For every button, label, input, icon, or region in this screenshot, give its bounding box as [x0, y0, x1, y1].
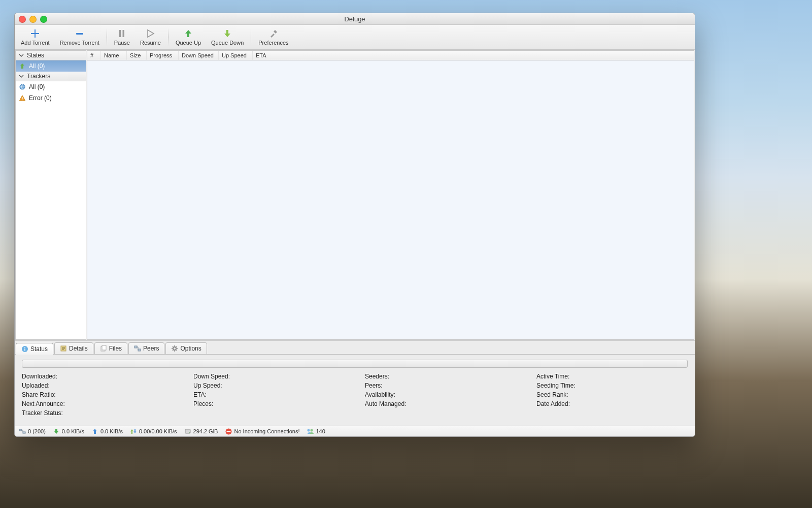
details-panel: Status Details Files Peers Options Do: [15, 340, 695, 426]
col-name[interactable]: Name: [101, 51, 127, 60]
resume-button[interactable]: Resume: [135, 25, 166, 49]
sidebar-item-error-trackers[interactable]: Error (0): [16, 92, 86, 104]
tab-label: Status: [30, 345, 48, 353]
app-window: Deluge Add Torrent Remove Torrent Pause: [14, 13, 695, 437]
eta-label: ETA:: [193, 391, 345, 398]
peers-icon: [134, 345, 141, 352]
tab-files[interactable]: Files: [94, 342, 127, 354]
files-icon: [100, 345, 107, 352]
svg-rect-5: [22, 100, 22, 100]
minimize-icon[interactable]: [29, 16, 37, 23]
wrench-icon: [268, 28, 279, 39]
traffic-icon: [130, 428, 137, 435]
queue-up-button[interactable]: Queue Up: [171, 25, 206, 49]
pause-button[interactable]: Pause: [109, 25, 135, 49]
sidebar-states-header[interactable]: States: [16, 51, 86, 60]
column-headers: # Name Size Progress Down Speed Up Speed…: [87, 51, 694, 60]
add-torrent-label: Add Torrent: [21, 40, 50, 47]
queue-down-button[interactable]: Queue Down: [206, 25, 249, 49]
play-icon: [145, 28, 155, 39]
col-down[interactable]: Down Speed: [179, 51, 219, 60]
remove-torrent-button[interactable]: Remove Torrent: [55, 25, 105, 49]
resume-label: Resume: [140, 40, 161, 47]
toolbar-separator: [251, 28, 251, 46]
svg-point-18: [189, 432, 190, 433]
svg-rect-4: [22, 97, 22, 99]
dht-icon: [307, 428, 314, 435]
downloaded-label: Downloaded:: [22, 373, 173, 380]
svg-point-14: [173, 347, 176, 350]
svg-rect-0: [76, 33, 83, 35]
globe-icon: [19, 83, 26, 90]
down-speed-label: Down Speed:: [193, 373, 345, 380]
tab-peers[interactable]: Peers: [128, 342, 164, 354]
next-announce-label: Next Announce:: [22, 400, 173, 407]
pieces-label: Pieces:: [193, 400, 345, 407]
col-up[interactable]: Up Speed: [219, 51, 253, 60]
no-entry-icon: [225, 428, 232, 435]
seeders-label: Seeders:: [365, 373, 516, 380]
sidebar-item-label: Error (0): [29, 94, 52, 102]
sb-dht[interactable]: 140: [307, 428, 325, 435]
window-title: Deluge: [15, 15, 695, 23]
down-speed-icon: [53, 428, 60, 435]
sidebar-item-all-trackers[interactable]: All (0): [16, 81, 86, 92]
add-torrent-button[interactable]: Add Torrent: [16, 25, 55, 49]
svg-rect-20: [226, 431, 230, 432]
tab-status[interactable]: Status: [16, 343, 53, 355]
up-speed-label: Up Speed:: [193, 382, 345, 389]
sb-disk[interactable]: 294.2 GiB: [184, 428, 218, 435]
sb-down-value: 0.0 KiB/s: [62, 428, 84, 434]
sb-protocol[interactable]: 0.00/0.00 KiB/s: [130, 428, 177, 435]
close-icon[interactable]: [19, 16, 26, 23]
zoom-icon[interactable]: [40, 16, 47, 23]
svg-rect-7: [24, 348, 25, 351]
window-controls: [19, 16, 47, 23]
sb-up[interactable]: 0.0 KiB/s: [91, 428, 123, 435]
sb-health-value: No Incoming Connections!: [234, 428, 299, 434]
titlebar[interactable]: Deluge: [15, 13, 695, 25]
sb-connections[interactable]: 0 (200): [19, 428, 46, 435]
sidebar-trackers-header[interactable]: Trackers: [16, 72, 86, 81]
preferences-label: Preferences: [258, 40, 288, 47]
status-bar: 0 (200) 0.0 KiB/s 0.0 KiB/s 0.00/0.00 Ki…: [15, 426, 695, 436]
torrent-list-body[interactable]: [87, 60, 694, 339]
warning-icon: [19, 94, 26, 102]
toolbar-separator: [107, 28, 107, 46]
seeding-time-label: Seeding Time:: [536, 382, 688, 389]
sb-disk-value: 294.2 GiB: [193, 428, 218, 434]
sidebar-item-all-states[interactable]: All (0): [16, 60, 86, 72]
col-eta[interactable]: ETA: [253, 51, 269, 60]
minus-icon: [75, 28, 85, 39]
availability-label: Availability:: [365, 391, 516, 398]
svg-rect-1: [119, 30, 121, 37]
col-size[interactable]: Size: [127, 51, 147, 60]
details-tabs: Status Details Files Peers Options: [15, 341, 695, 354]
tracker-status-label: Tracker Status:: [22, 409, 173, 417]
details-icon: [60, 345, 67, 352]
tab-label: Peers: [143, 345, 159, 352]
svg-rect-11: [102, 345, 106, 350]
svg-rect-16: [23, 432, 25, 433]
sb-health[interactable]: No Incoming Connections!: [225, 428, 299, 435]
tab-details[interactable]: Details: [54, 342, 93, 354]
gear-icon: [171, 345, 178, 352]
content-area: States All (0) Trackers All (0): [15, 50, 695, 340]
sb-connections-value: 0 (200): [28, 428, 46, 434]
pause-icon: [117, 28, 127, 39]
svg-point-21: [308, 429, 310, 432]
arrow-down-icon: [222, 28, 232, 39]
preferences-button[interactable]: Preferences: [253, 25, 293, 49]
svg-point-22: [311, 429, 313, 432]
sb-down[interactable]: 0.0 KiB/s: [53, 428, 84, 435]
col-num[interactable]: #: [87, 51, 101, 60]
chevron-down-icon: [19, 53, 24, 58]
col-progress[interactable]: Progress: [147, 51, 179, 60]
tab-options[interactable]: Options: [165, 342, 207, 354]
active-time-label: Active Time:: [536, 373, 688, 380]
plus-icon: [30, 28, 40, 39]
date-added-label: Date Added:: [536, 400, 688, 407]
sidebar-item-label: All (0): [29, 83, 45, 90]
sidebar: States All (0) Trackers All (0): [15, 50, 86, 340]
toolbar: Add Torrent Remove Torrent Pause Resume: [15, 25, 695, 50]
